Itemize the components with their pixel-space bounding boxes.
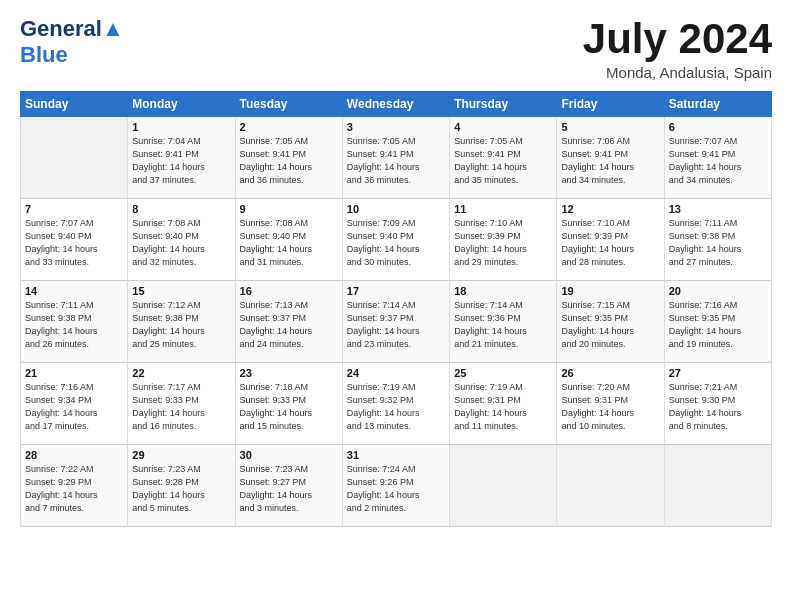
day-info: Sunrise: 7:12 AM Sunset: 9:38 PM Dayligh… <box>132 299 230 351</box>
day-info: Sunrise: 7:14 AM Sunset: 9:37 PM Dayligh… <box>347 299 445 351</box>
day-info: Sunrise: 7:08 AM Sunset: 9:40 PM Dayligh… <box>132 217 230 269</box>
day-number: 16 <box>240 285 338 297</box>
day-cell: 13Sunrise: 7:11 AM Sunset: 9:38 PM Dayli… <box>664 199 771 281</box>
day-info: Sunrise: 7:24 AM Sunset: 9:26 PM Dayligh… <box>347 463 445 515</box>
day-info: Sunrise: 7:23 AM Sunset: 9:27 PM Dayligh… <box>240 463 338 515</box>
day-cell: 8Sunrise: 7:08 AM Sunset: 9:40 PM Daylig… <box>128 199 235 281</box>
day-info: Sunrise: 7:07 AM Sunset: 9:40 PM Dayligh… <box>25 217 123 269</box>
day-cell: 5Sunrise: 7:06 AM Sunset: 9:41 PM Daylig… <box>557 117 664 199</box>
day-cell: 10Sunrise: 7:09 AM Sunset: 9:40 PM Dayli… <box>342 199 449 281</box>
day-number: 1 <box>132 121 230 133</box>
day-cell: 17Sunrise: 7:14 AM Sunset: 9:37 PM Dayli… <box>342 281 449 363</box>
day-info: Sunrise: 7:19 AM Sunset: 9:31 PM Dayligh… <box>454 381 552 433</box>
week-row-3: 21Sunrise: 7:16 AM Sunset: 9:34 PM Dayli… <box>21 363 772 445</box>
day-info: Sunrise: 7:11 AM Sunset: 9:38 PM Dayligh… <box>25 299 123 351</box>
day-number: 12 <box>561 203 659 215</box>
day-info: Sunrise: 7:14 AM Sunset: 9:36 PM Dayligh… <box>454 299 552 351</box>
day-cell: 21Sunrise: 7:16 AM Sunset: 9:34 PM Dayli… <box>21 363 128 445</box>
day-number: 31 <box>347 449 445 461</box>
day-number: 30 <box>240 449 338 461</box>
day-info: Sunrise: 7:04 AM Sunset: 9:41 PM Dayligh… <box>132 135 230 187</box>
day-info: Sunrise: 7:08 AM Sunset: 9:40 PM Dayligh… <box>240 217 338 269</box>
day-number: 25 <box>454 367 552 379</box>
header: General▲ Blue July 2024 Monda, Andalusia… <box>20 16 772 81</box>
day-info: Sunrise: 7:16 AM Sunset: 9:35 PM Dayligh… <box>669 299 767 351</box>
day-cell: 2Sunrise: 7:05 AM Sunset: 9:41 PM Daylig… <box>235 117 342 199</box>
day-cell: 14Sunrise: 7:11 AM Sunset: 9:38 PM Dayli… <box>21 281 128 363</box>
day-number: 26 <box>561 367 659 379</box>
day-number: 8 <box>132 203 230 215</box>
header-saturday: Saturday <box>664 92 771 117</box>
day-number: 11 <box>454 203 552 215</box>
day-cell: 18Sunrise: 7:14 AM Sunset: 9:36 PM Dayli… <box>450 281 557 363</box>
week-row-4: 28Sunrise: 7:22 AM Sunset: 9:29 PM Dayli… <box>21 445 772 527</box>
day-info: Sunrise: 7:22 AM Sunset: 9:29 PM Dayligh… <box>25 463 123 515</box>
title-block: July 2024 Monda, Andalusia, Spain <box>583 16 772 81</box>
week-row-0: 1Sunrise: 7:04 AM Sunset: 9:41 PM Daylig… <box>21 117 772 199</box>
day-number: 22 <box>132 367 230 379</box>
day-cell: 1Sunrise: 7:04 AM Sunset: 9:41 PM Daylig… <box>128 117 235 199</box>
header-monday: Monday <box>128 92 235 117</box>
day-cell <box>21 117 128 199</box>
day-cell: 3Sunrise: 7:05 AM Sunset: 9:41 PM Daylig… <box>342 117 449 199</box>
day-info: Sunrise: 7:21 AM Sunset: 9:30 PM Dayligh… <box>669 381 767 433</box>
day-cell <box>450 445 557 527</box>
day-number: 10 <box>347 203 445 215</box>
day-cell: 9Sunrise: 7:08 AM Sunset: 9:40 PM Daylig… <box>235 199 342 281</box>
day-number: 17 <box>347 285 445 297</box>
day-info: Sunrise: 7:20 AM Sunset: 9:31 PM Dayligh… <box>561 381 659 433</box>
month-title: July 2024 <box>583 16 772 62</box>
day-number: 6 <box>669 121 767 133</box>
day-info: Sunrise: 7:10 AM Sunset: 9:39 PM Dayligh… <box>454 217 552 269</box>
page: General▲ Blue July 2024 Monda, Andalusia… <box>0 0 792 612</box>
calendar-body: 1Sunrise: 7:04 AM Sunset: 9:41 PM Daylig… <box>21 117 772 527</box>
day-number: 20 <box>669 285 767 297</box>
header-thursday: Thursday <box>450 92 557 117</box>
day-number: 4 <box>454 121 552 133</box>
day-info: Sunrise: 7:18 AM Sunset: 9:33 PM Dayligh… <box>240 381 338 433</box>
day-number: 5 <box>561 121 659 133</box>
calendar-table: Sunday Monday Tuesday Wednesday Thursday… <box>20 91 772 527</box>
day-info: Sunrise: 7:15 AM Sunset: 9:35 PM Dayligh… <box>561 299 659 351</box>
day-cell: 27Sunrise: 7:21 AM Sunset: 9:30 PM Dayli… <box>664 363 771 445</box>
day-number: 21 <box>25 367 123 379</box>
day-info: Sunrise: 7:23 AM Sunset: 9:28 PM Dayligh… <box>132 463 230 515</box>
day-cell: 11Sunrise: 7:10 AM Sunset: 9:39 PM Dayli… <box>450 199 557 281</box>
day-cell: 31Sunrise: 7:24 AM Sunset: 9:26 PM Dayli… <box>342 445 449 527</box>
day-cell: 28Sunrise: 7:22 AM Sunset: 9:29 PM Dayli… <box>21 445 128 527</box>
day-cell: 23Sunrise: 7:18 AM Sunset: 9:33 PM Dayli… <box>235 363 342 445</box>
day-info: Sunrise: 7:05 AM Sunset: 9:41 PM Dayligh… <box>347 135 445 187</box>
week-row-1: 7Sunrise: 7:07 AM Sunset: 9:40 PM Daylig… <box>21 199 772 281</box>
day-info: Sunrise: 7:16 AM Sunset: 9:34 PM Dayligh… <box>25 381 123 433</box>
day-info: Sunrise: 7:05 AM Sunset: 9:41 PM Dayligh… <box>454 135 552 187</box>
day-number: 14 <box>25 285 123 297</box>
day-cell: 30Sunrise: 7:23 AM Sunset: 9:27 PM Dayli… <box>235 445 342 527</box>
day-cell: 29Sunrise: 7:23 AM Sunset: 9:28 PM Dayli… <box>128 445 235 527</box>
day-number: 2 <box>240 121 338 133</box>
day-cell: 25Sunrise: 7:19 AM Sunset: 9:31 PM Dayli… <box>450 363 557 445</box>
day-number: 28 <box>25 449 123 461</box>
day-cell: 22Sunrise: 7:17 AM Sunset: 9:33 PM Dayli… <box>128 363 235 445</box>
header-sunday: Sunday <box>21 92 128 117</box>
day-number: 19 <box>561 285 659 297</box>
header-friday: Friday <box>557 92 664 117</box>
day-cell: 12Sunrise: 7:10 AM Sunset: 9:39 PM Dayli… <box>557 199 664 281</box>
day-cell <box>557 445 664 527</box>
logo-text: General▲ <box>20 16 124 42</box>
day-info: Sunrise: 7:17 AM Sunset: 9:33 PM Dayligh… <box>132 381 230 433</box>
day-cell: 6Sunrise: 7:07 AM Sunset: 9:41 PM Daylig… <box>664 117 771 199</box>
logo-blue: Blue <box>20 42 68 68</box>
day-cell: 15Sunrise: 7:12 AM Sunset: 9:38 PM Dayli… <box>128 281 235 363</box>
day-cell <box>664 445 771 527</box>
day-number: 9 <box>240 203 338 215</box>
day-number: 23 <box>240 367 338 379</box>
day-cell: 16Sunrise: 7:13 AM Sunset: 9:37 PM Dayli… <box>235 281 342 363</box>
day-info: Sunrise: 7:07 AM Sunset: 9:41 PM Dayligh… <box>669 135 767 187</box>
header-tuesday: Tuesday <box>235 92 342 117</box>
day-info: Sunrise: 7:13 AM Sunset: 9:37 PM Dayligh… <box>240 299 338 351</box>
day-number: 3 <box>347 121 445 133</box>
header-row: Sunday Monday Tuesday Wednesday Thursday… <box>21 92 772 117</box>
day-number: 24 <box>347 367 445 379</box>
day-info: Sunrise: 7:19 AM Sunset: 9:32 PM Dayligh… <box>347 381 445 433</box>
day-number: 13 <box>669 203 767 215</box>
